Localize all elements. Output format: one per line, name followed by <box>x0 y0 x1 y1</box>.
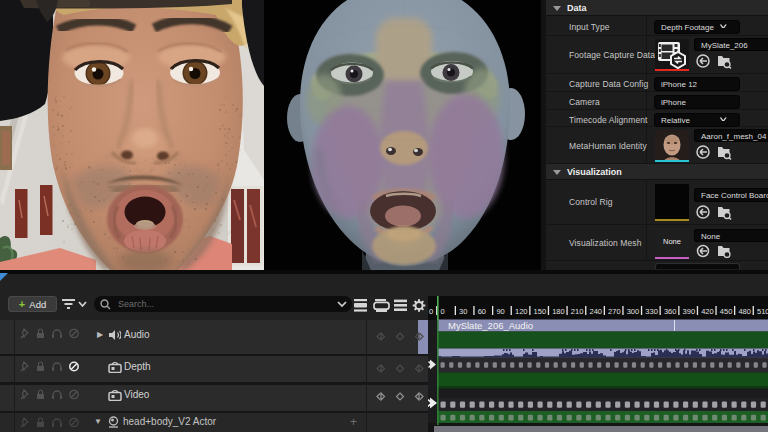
svg-text:30: 30 <box>459 307 467 316</box>
svg-text:420: 420 <box>701 307 714 316</box>
svg-text:330: 330 <box>645 307 658 316</box>
svg-text:90: 90 <box>496 307 504 316</box>
svg-text:0: 0 <box>441 307 445 316</box>
svg-text:360: 360 <box>664 307 677 316</box>
svg-text:270: 270 <box>608 307 621 316</box>
svg-text:300: 300 <box>627 307 640 316</box>
svg-text:390: 390 <box>683 307 696 316</box>
svg-text:480: 480 <box>738 307 751 316</box>
svg-text:180: 180 <box>552 307 565 316</box>
svg-text:MySlate_206_Audio: MySlate_206_Audio <box>448 320 533 331</box>
svg-text:150: 150 <box>534 307 547 316</box>
svg-text:450: 450 <box>720 307 733 316</box>
svg-text:210: 210 <box>571 307 584 316</box>
svg-text:120: 120 <box>515 307 528 316</box>
svg-text:0: 0 <box>429 307 433 316</box>
svg-text:510: 510 <box>757 307 768 316</box>
svg-text:240: 240 <box>590 307 603 316</box>
svg-text:60: 60 <box>478 307 486 316</box>
